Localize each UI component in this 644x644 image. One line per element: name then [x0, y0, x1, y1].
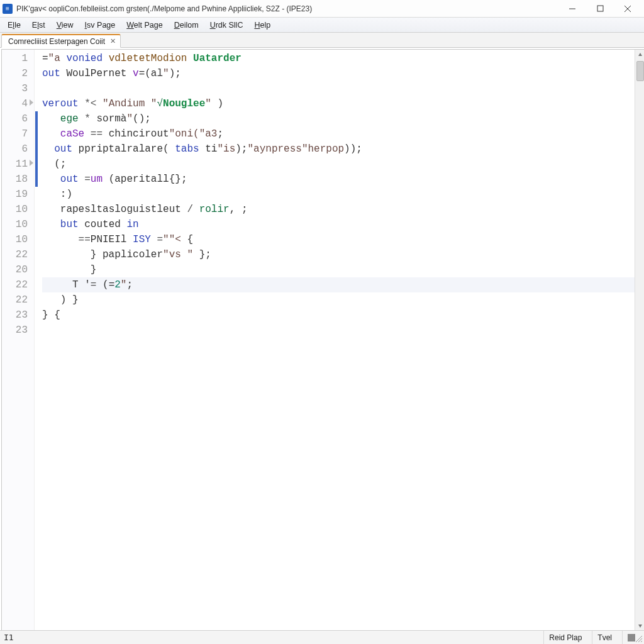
code-line[interactable]: caSe == chincirout"oni("a3;	[42, 126, 644, 142]
code-line[interactable]: } {	[42, 308, 644, 323]
code-line[interactable]	[42, 323, 644, 338]
menu-item-6[interactable]: Urdk SllC	[205, 19, 248, 31]
line-number: 1	[2, 51, 28, 66]
code-line[interactable]: rapesltasloguistleut / rolir, ;	[42, 202, 644, 217]
chevron-up-icon	[638, 52, 643, 57]
menu-item-1[interactable]: Elst	[27, 19, 50, 31]
line-number: 22	[2, 247, 28, 262]
tab-strip: Comrecliiist Esterpagen Coiit ✕	[0, 33, 644, 48]
tab-label: Comrecliiist Esterpagen Coiit	[8, 37, 105, 46]
code-line[interactable]: out WoulPernet v=(al");	[42, 66, 644, 81]
tab-close-button[interactable]: ✕	[109, 38, 116, 45]
code-line[interactable]: out ppriptalralare( tabs ti"is);"aynpres…	[42, 142, 644, 157]
line-number: 19	[2, 187, 28, 202]
window-controls	[558, 0, 641, 18]
code-line[interactable]: but couted in	[42, 217, 644, 232]
code-line[interactable]: ) }	[42, 292, 644, 308]
chevron-down-icon	[638, 623, 643, 628]
title-bar: ≡ PIK'gav< oopliCon.feblleiist.com grste…	[0, 0, 644, 18]
tab-document[interactable]: Comrecliiist Esterpagen Coiit ✕	[1, 34, 121, 48]
window-title: PIK'gav< oopliCon.feblleiist.com grsten(…	[16, 4, 558, 13]
close-button[interactable]	[614, 0, 641, 18]
menu-item-7[interactable]: Help	[249, 19, 275, 31]
line-number: 6	[2, 111, 28, 126]
code-editor[interactable]: 1234676111819101010222022222323 ="a voni…	[2, 50, 644, 631]
status-bar: I1 Reid Plap Tvel	[0, 630, 644, 644]
code-line[interactable]: }	[42, 262, 644, 277]
line-number: 10	[2, 232, 28, 247]
maximize-icon	[597, 5, 604, 12]
menu-item-3[interactable]: Isv Page	[80, 19, 121, 31]
line-number: 10	[2, 217, 28, 232]
fold-marker-icon[interactable]	[30, 160, 33, 166]
minimize-icon	[569, 5, 576, 13]
line-number: 18	[2, 172, 28, 187]
svg-marker-4	[638, 53, 642, 56]
code-line[interactable]: verout *< "Andium "√Nouglee" )	[42, 96, 644, 111]
menu-bar: ElleElstViewIsv PageWelt PageDeilomUrdk …	[0, 18, 644, 33]
svg-rect-1	[597, 6, 603, 11]
resize-grip-icon	[634, 634, 643, 643]
code-line[interactable]: T '= (=2";	[42, 277, 644, 292]
menu-item-0[interactable]: Elle	[3, 19, 26, 31]
svg-marker-5	[638, 625, 642, 628]
code-line[interactable]	[42, 81, 644, 96]
line-number: 23	[2, 323, 28, 338]
line-number: 7	[2, 126, 28, 142]
line-number: 20	[2, 262, 28, 277]
code-content[interactable]: ="a vonied vdletetModion Uatarderout Wou…	[35, 50, 644, 631]
code-line[interactable]: :)	[42, 187, 644, 202]
line-number: 3	[2, 81, 28, 96]
menu-item-5[interactable]: Deilom	[169, 19, 204, 31]
line-number: 4	[2, 96, 28, 111]
status-cell-2[interactable]: Tvel	[592, 631, 617, 644]
minimize-button[interactable]	[558, 0, 586, 18]
code-line[interactable]: (;	[42, 157, 644, 172]
line-number-gutter: 1234676111819101010222022222323	[2, 50, 35, 631]
code-line[interactable]: } paplicoler"vs " };	[42, 247, 644, 262]
maximize-button[interactable]	[586, 0, 614, 18]
menu-item-4[interactable]: Welt Page	[121, 19, 167, 31]
code-line[interactable]: ="a vonied vdletetModion Uatarder	[42, 51, 644, 66]
svg-line-8	[641, 641, 642, 642]
vertical-scrollbar[interactable]	[635, 50, 644, 631]
status-cell-1[interactable]: Reid Plap	[543, 631, 587, 644]
status-left: I1	[4, 633, 14, 642]
line-number: 2	[2, 66, 28, 81]
line-number: 11	[2, 157, 28, 172]
fold-marker-icon[interactable]	[30, 99, 33, 106]
scroll-down-button[interactable]	[635, 621, 644, 631]
close-icon: ✕	[110, 37, 116, 45]
line-number: 22	[2, 292, 28, 308]
scroll-thumb[interactable]	[636, 61, 644, 81]
app-icon: ≡	[3, 4, 13, 14]
code-line[interactable]: ege * sormà"();	[42, 111, 644, 126]
line-number: 23	[2, 308, 28, 323]
line-number: 22	[2, 277, 28, 292]
code-line[interactable]: out =um (aperitall{};	[42, 172, 644, 187]
line-number: 10	[2, 202, 28, 217]
scroll-up-button[interactable]	[635, 50, 644, 60]
editor-area: 1234676111819101010222022222323 ="a voni…	[1, 49, 644, 631]
close-icon	[624, 5, 631, 13]
line-number: 6	[2, 142, 28, 157]
resize-grip[interactable]	[634, 634, 643, 643]
code-line[interactable]: ==PNIEIl ISY =""< {	[42, 232, 644, 247]
menu-item-2[interactable]: View	[52, 19, 79, 31]
